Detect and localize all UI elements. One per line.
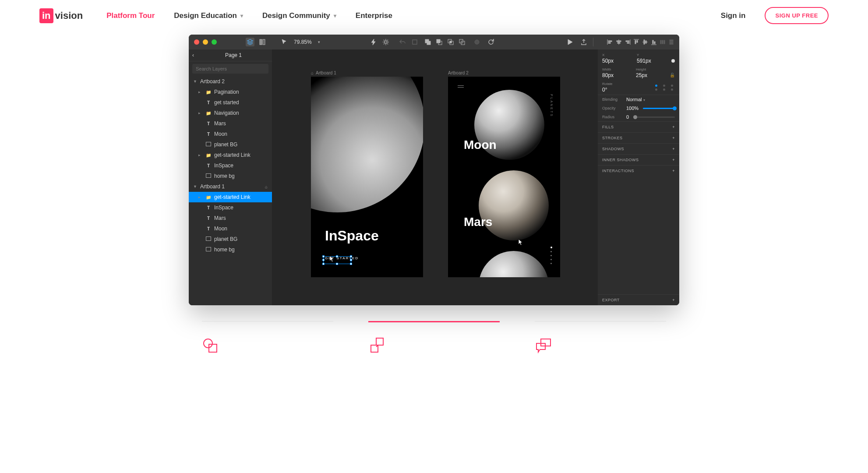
position-pin-icon[interactable] — [671, 59, 675, 63]
radius-value[interactable]: 0 — [626, 114, 629, 120]
chevron-down-icon[interactable]: ▾ — [318, 40, 320, 44]
align-top-icon[interactable] — [633, 39, 640, 46]
undo-icon[interactable] — [399, 39, 406, 46]
plus-icon[interactable]: + — [672, 136, 675, 140]
close-window-icon[interactable] — [194, 39, 199, 45]
cursor-icon — [329, 255, 335, 262]
layer-home-bg[interactable]: home bg — [189, 171, 272, 181]
distribute-h-icon[interactable] — [659, 39, 666, 46]
nav-design-education[interactable]: Design Education▾ — [174, 11, 243, 20]
layer-navigation[interactable]: ▸📁Navigation — [189, 108, 272, 118]
feature-shapes[interactable] — [202, 321, 333, 354]
layers-toggle-icon[interactable] — [246, 38, 254, 46]
layer-get-started-text[interactable]: get started — [189, 97, 272, 108]
radius-slider[interactable] — [633, 116, 675, 118]
lightning-icon[interactable] — [370, 39, 377, 46]
pointer-tool-icon[interactable] — [281, 39, 288, 46]
zoom-level[interactable]: 79.85% — [294, 39, 312, 45]
feature-tabs — [0, 321, 868, 354]
y-value[interactable]: 591px — [637, 58, 665, 64]
redo-crop-icon[interactable] — [411, 39, 418, 46]
svg-rect-1 — [263, 39, 265, 45]
plus-icon[interactable]: + — [672, 158, 675, 162]
layer-home-bg-1[interactable]: home bg — [189, 244, 272, 255]
union-icon[interactable] — [424, 39, 431, 46]
layer-artboard-2[interactable]: ▼Artboard 2 — [189, 76, 272, 87]
feature-prototype[interactable] — [368, 321, 500, 354]
x-value[interactable]: 50px — [602, 58, 631, 64]
difference-icon[interactable] — [459, 39, 466, 46]
signup-button[interactable]: SIGN UP FREE — [765, 7, 829, 24]
artboard-1[interactable]: InSpace GET STARTED — [311, 77, 423, 277]
refresh-icon[interactable] — [487, 39, 494, 46]
opacity-value[interactable]: 100% — [626, 106, 639, 111]
opacity-slider[interactable] — [643, 108, 675, 109]
artboard-1-label[interactable]: ⌂Artboard 1 — [311, 71, 336, 75]
layer-inspace-text-1[interactable]: InSpace — [189, 202, 272, 213]
fills-section[interactable]: FILLS+ — [598, 121, 679, 132]
feature-collaborate[interactable] — [535, 321, 666, 354]
chevron-down-icon: ▾ — [334, 13, 336, 19]
svg-rect-30 — [653, 40, 653, 44]
layer-moon-text[interactable]: Moon — [189, 129, 272, 139]
library-toggle-icon[interactable] — [259, 39, 266, 46]
hamburger-icon — [458, 85, 464, 89]
brand-prefix: in — [39, 8, 53, 23]
nav-platform-tour[interactable]: Platform Tour — [106, 11, 155, 20]
layer-planet-bg[interactable]: planet BG — [189, 139, 272, 150]
nav-enterprise[interactable]: Enterprise — [356, 11, 392, 20]
home-icon: ⌂ — [311, 71, 314, 75]
transform-origin-grid[interactable] — [653, 85, 675, 91]
play-preview-icon[interactable] — [566, 39, 573, 46]
plus-icon[interactable]: + — [672, 125, 675, 129]
plus-icon[interactable]: + — [672, 298, 675, 302]
upload-share-icon[interactable] — [580, 39, 587, 46]
layer-artboard-1[interactable]: ▼Artboard 1 ⌂ — [189, 181, 272, 192]
layer-mars-text[interactable]: Mars — [189, 118, 272, 129]
lock-aspect-icon[interactable]: 🔓 — [670, 73, 675, 78]
rotate-value[interactable]: 0° — [602, 87, 647, 93]
cloud-sync-icon[interactable] — [473, 39, 480, 46]
height-value[interactable]: 25px — [636, 72, 663, 78]
signin-link[interactable]: Sign in — [721, 11, 746, 20]
maximize-window-icon[interactable] — [212, 39, 217, 45]
align-hcenter-icon[interactable] — [615, 39, 622, 46]
blending-select[interactable]: Normal ▾ — [626, 97, 645, 102]
align-vcenter-icon[interactable] — [642, 39, 649, 46]
export-section[interactable]: EXPORT+ — [598, 294, 679, 305]
settings-icon[interactable] — [382, 39, 389, 46]
back-icon[interactable]: ‹ — [192, 52, 198, 58]
width-value[interactable]: 80px — [602, 72, 630, 78]
distribute-v-icon[interactable] — [668, 39, 675, 46]
artboard-2-label[interactable]: Artboard 2 — [448, 71, 469, 75]
layer-planet-bg-1[interactable]: planet BG — [189, 234, 272, 244]
search-layers-input[interactable] — [192, 64, 268, 74]
layer-pagination[interactable]: ▸📁Pagination — [189, 87, 272, 97]
layer-get-started-link-folder[interactable]: ▸📁get-started Link — [189, 150, 272, 160]
svg-rect-10 — [450, 41, 452, 43]
brand-logo[interactable]: invision — [39, 8, 83, 23]
align-right-icon[interactable] — [624, 39, 631, 46]
page-selector[interactable]: ‹ Page 1 — [189, 49, 272, 61]
plus-icon[interactable]: + — [672, 147, 675, 151]
layer-get-started-link-selected[interactable]: ▸📁get-started Link — [189, 192, 272, 202]
layer-inspace-text[interactable]: InSpace — [189, 160, 272, 171]
inner-shadows-section[interactable]: INNER SHADOWS+ — [598, 154, 679, 165]
align-bottom-icon[interactable] — [650, 39, 657, 46]
layer-mars-text-1[interactable]: Mars — [189, 213, 272, 223]
interactions-section[interactable]: INTERACTIONS+ — [598, 165, 679, 176]
plus-icon[interactable]: + — [672, 169, 675, 173]
minimize-window-icon[interactable] — [203, 39, 208, 45]
layer-moon-text-1[interactable]: Moon — [189, 223, 272, 234]
strokes-section[interactable]: STROKES+ — [598, 132, 679, 143]
intersect-icon[interactable] — [447, 39, 454, 46]
prototype-icon — [368, 336, 386, 354]
artboard-2[interactable]: PLANETS Moon Mars — [448, 77, 560, 277]
shadows-section[interactable]: SHADOWS+ — [598, 143, 679, 154]
canvas-area[interactable]: ⌂Artboard 1 InSpace GET STARTED Artboard… — [272, 49, 598, 305]
home-artboard-icon[interactable]: ⌂ — [265, 184, 270, 189]
subtract-icon[interactable] — [436, 39, 443, 46]
nav-design-community[interactable]: Design Community▾ — [262, 11, 336, 20]
align-left-icon[interactable] — [607, 39, 614, 46]
window-controls — [189, 39, 217, 45]
